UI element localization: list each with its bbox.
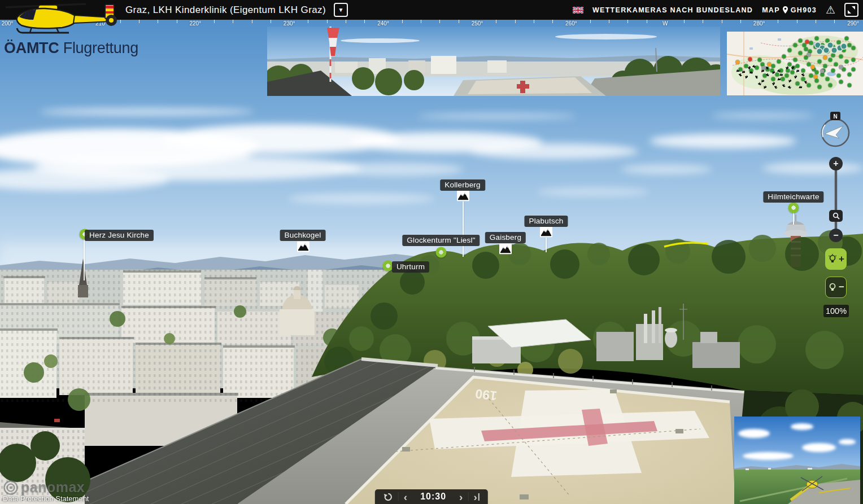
webcam-dot[interactable]: [787, 62, 791, 66]
webcam-dot[interactable]: [805, 40, 809, 44]
webcam-dot[interactable]: [829, 83, 833, 87]
second-camera-thumbnail[interactable]: [734, 417, 860, 504]
webcam-dot[interactable]: [763, 73, 767, 77]
webcam-dot[interactable]: [839, 55, 843, 59]
webcam-dot[interactable]: [847, 83, 851, 87]
webcam-dot[interactable]: [815, 71, 819, 74]
webcam-dot[interactable]: [809, 73, 813, 77]
fullscreen-icon: [847, 6, 856, 14]
webcam-dot[interactable]: [787, 48, 791, 52]
webcam-dot[interactable]: [793, 43, 797, 47]
webcam-dot[interactable]: [839, 65, 843, 69]
latest-image-button[interactable]: ›: [468, 492, 485, 502]
webcam-dot[interactable]: [836, 73, 840, 77]
webcam-dot[interactable]: [845, 37, 849, 41]
webcam-dot[interactable]: [757, 58, 761, 62]
webcam-dot[interactable]: [785, 73, 789, 77]
webcam-dot[interactable]: [771, 64, 775, 68]
austria-webcam-map[interactable]: [727, 32, 863, 95]
webcam-dot[interactable]: [807, 52, 810, 56]
mountain-mark-icon: [799, 86, 802, 89]
panomax-viewer: 190: [0, 0, 863, 504]
replay-icon: [383, 492, 393, 502]
zoom-in-button[interactable]: +: [829, 157, 843, 170]
webcam-dot[interactable]: [817, 60, 821, 64]
webcam-dot[interactable]: [852, 67, 856, 71]
webcam-dot[interactable]: [831, 53, 835, 57]
data-protection-link[interactable]: Data Protection Statement: [3, 494, 89, 503]
uk-flag-icon[interactable]: [573, 7, 583, 14]
webcam-dot[interactable]: [826, 38, 830, 42]
webcam-dot[interactable]: [832, 47, 837, 52]
webcam-dot[interactable]: [796, 64, 800, 68]
nav-map-label[interactable]: MAP: [762, 6, 780, 14]
webcam-dot[interactable]: [847, 43, 851, 47]
camera-id[interactable]: GH903: [791, 6, 817, 14]
brightness-plus-button[interactable]: +: [825, 248, 847, 270]
webcam-dot[interactable]: [820, 69, 824, 73]
webcam-dot[interactable]: [809, 41, 813, 45]
webcam-dot[interactable]: [744, 64, 748, 68]
webcam-dot[interactable]: [799, 51, 803, 55]
webcam-dot[interactable]: [801, 68, 805, 72]
nav-map-link[interactable]: MAP GH903: [762, 6, 817, 14]
webcam-dot[interactable]: [801, 77, 805, 81]
panorama-overview-strip[interactable]: [267, 27, 720, 96]
webcam-dot[interactable]: [823, 64, 827, 68]
webcam-dot[interactable]: [817, 49, 822, 54]
zoom-slider-handle[interactable]: [829, 210, 843, 222]
webcam-dot[interactable]: [813, 75, 817, 79]
webcam-dot[interactable]: [790, 71, 794, 74]
panomax-logo[interactable]: panomax: [3, 479, 89, 496]
webcam-dot[interactable]: [817, 85, 821, 89]
next-image-button[interactable]: ›: [454, 492, 468, 502]
zoom-out-button[interactable]: −: [829, 229, 843, 242]
webcam-dot[interactable]: [807, 83, 810, 87]
webcam-dot[interactable]: [831, 68, 835, 72]
webcam-dot[interactable]: [775, 72, 779, 76]
compass[interactable]: N: [819, 112, 852, 148]
webcam-dot[interactable]: [777, 60, 781, 64]
helicopter-logo-icon: [0, 0, 121, 40]
warning-icon[interactable]: ⚠: [826, 5, 835, 15]
webcam-dot[interactable]: [815, 37, 819, 41]
webcam-dot[interactable]: [736, 60, 740, 64]
webcam-dot[interactable]: [823, 47, 829, 52]
webcam-dot[interactable]: [836, 41, 840, 45]
camera-dropdown-button[interactable]: ▼: [334, 3, 348, 17]
webcam-dot[interactable]: [807, 62, 810, 66]
zoom-slider-track[interactable]: [835, 165, 837, 236]
webcam-dot[interactable]: [845, 60, 849, 64]
webcam-dot[interactable]: [839, 80, 843, 84]
webcam-dot[interactable]: [748, 57, 752, 61]
webcam-dot[interactable]: [781, 77, 784, 81]
webcam-dot[interactable]: [847, 72, 851, 76]
mountain-mark-icon: [774, 85, 778, 89]
oeamtc-brand: ÖAMTC Flugrettung: [0, 0, 130, 58]
webcam-dot[interactable]: [815, 79, 819, 83]
webcam-dot[interactable]: [852, 46, 856, 50]
webcam-dot[interactable]: [804, 47, 808, 51]
brightness-minus-button[interactable]: −: [825, 277, 847, 298]
webcam-dot[interactable]: [826, 77, 830, 81]
webcam-dot[interactable]: [828, 42, 833, 47]
webcam-dot[interactable]: [762, 66, 766, 70]
webcam-dot[interactable]: [810, 65, 814, 69]
webcam-dot[interactable]: [852, 58, 856, 62]
replay-day-button[interactable]: [378, 492, 398, 502]
webcam-dot[interactable]: [771, 77, 775, 81]
mountain-mark-icon: [755, 74, 759, 79]
webcam-dot[interactable]: [799, 38, 803, 42]
webcam-dot[interactable]: [829, 58, 833, 62]
webcam-dot[interactable]: [834, 62, 838, 66]
compass-north-label: N: [833, 113, 837, 120]
webcam-dot[interactable]: [767, 62, 771, 66]
webcam-dot[interactable]: [793, 58, 797, 62]
webcam-dot[interactable]: [842, 43, 847, 49]
webcam-dot[interactable]: [782, 55, 786, 59]
webcam-dot[interactable]: [823, 56, 827, 60]
webcam-dot[interactable]: [796, 81, 800, 85]
fullscreen-button[interactable]: [844, 3, 858, 17]
previous-image-button[interactable]: ‹: [399, 492, 412, 502]
nav-weather-cameras[interactable]: WETTERKAMERAS NACH BUNDESLAND: [592, 6, 753, 14]
